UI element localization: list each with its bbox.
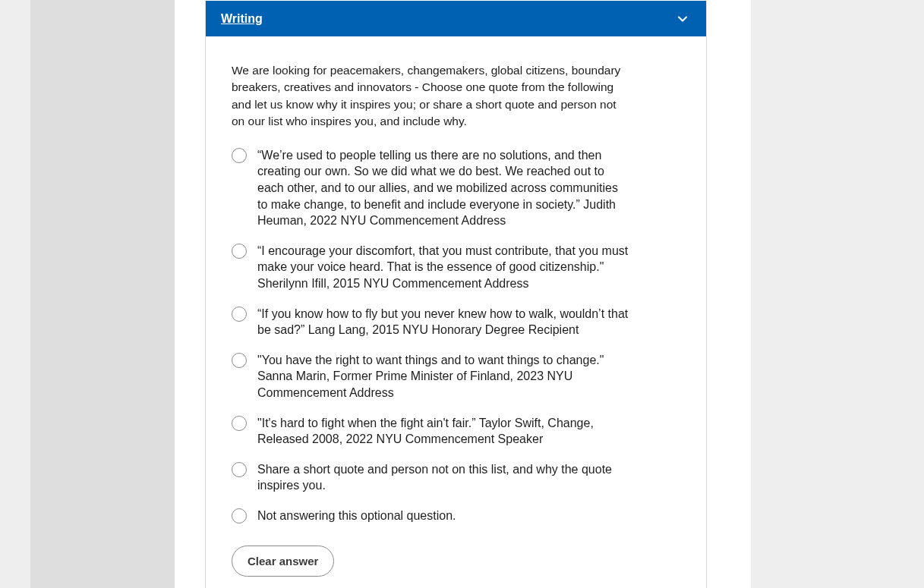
options-group: “We’re used to people telling us there a… xyxy=(232,147,680,524)
radio-input[interactable] xyxy=(232,148,247,163)
card-title[interactable]: Writing xyxy=(221,12,263,26)
option-1[interactable]: “I encourage your discomfort, that you m… xyxy=(232,243,630,292)
radio-input[interactable] xyxy=(232,508,247,524)
white-gap-right xyxy=(707,0,751,588)
question-prompt: We are looking for peacemakers, changema… xyxy=(232,62,626,130)
option-text: “We’re used to people telling us there a… xyxy=(257,147,630,229)
option-text: "It's hard to fight when the fight ain't… xyxy=(257,415,630,448)
option-5[interactable]: Share a short quote and person not on th… xyxy=(232,461,630,494)
option-4[interactable]: "It's hard to fight when the fight ain't… xyxy=(232,415,630,448)
option-text: “I encourage your discomfort, that you m… xyxy=(257,243,630,292)
radio-input[interactable] xyxy=(232,416,247,431)
chevron-down-icon[interactable] xyxy=(674,11,691,27)
option-text: Share a short quote and person not on th… xyxy=(257,461,630,494)
option-3[interactable]: "You have the right to want things and t… xyxy=(232,352,630,401)
radio-input[interactable] xyxy=(232,307,247,322)
white-gap-left xyxy=(175,0,205,588)
left-gutter xyxy=(0,0,30,588)
option-text: "You have the right to want things and t… xyxy=(257,352,630,401)
radio-input[interactable] xyxy=(232,462,247,477)
radio-input[interactable] xyxy=(232,244,247,259)
left-strip xyxy=(30,0,175,588)
option-6[interactable]: Not answering this optional question. xyxy=(232,508,630,524)
writing-card: Writing We are looking for peacemakers, … xyxy=(205,1,707,588)
option-text: Not answering this optional question. xyxy=(257,508,456,524)
option-text: “If you know how to fly but you never kn… xyxy=(257,306,630,338)
right-gutter xyxy=(751,0,924,588)
radio-input[interactable] xyxy=(232,353,247,368)
option-0[interactable]: “We’re used to people telling us there a… xyxy=(232,147,630,229)
card-header[interactable]: Writing xyxy=(206,1,706,36)
clear-answer-button[interactable]: Clear answer xyxy=(232,546,334,577)
card-body: We are looking for peacemakers, changema… xyxy=(206,36,706,588)
option-2[interactable]: “If you know how to fly but you never kn… xyxy=(232,306,630,338)
